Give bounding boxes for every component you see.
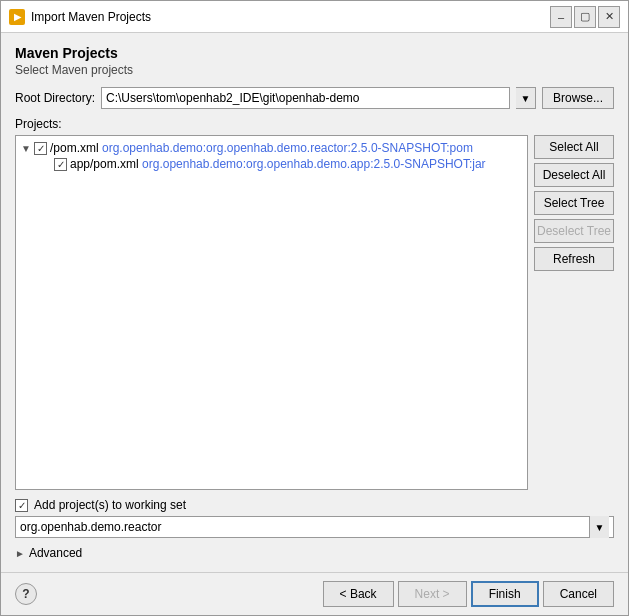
projects-tree[interactable]: ▼ /pom.xml org.openhab.demo:org.openhab.… (15, 135, 528, 490)
browse-button[interactable]: Browse... (542, 87, 614, 109)
root-artifact: org.openhab.demo:org.openhab.demo.reacto… (99, 141, 473, 155)
working-set-checkbox[interactable] (15, 499, 28, 512)
select-tree-button[interactable]: Select Tree (534, 191, 614, 215)
tree-child-area: ► app/pom.xml org.openhab.demo:org.openh… (20, 156, 523, 172)
deselect-tree-button[interactable]: Deselect Tree (534, 219, 614, 243)
working-set-select-row: org.openhab.demo.reactor ▼ (15, 516, 614, 538)
working-set-value: org.openhab.demo.reactor (20, 520, 589, 534)
page-title: Maven Projects (15, 45, 614, 61)
advanced-row[interactable]: ► Advanced (15, 546, 614, 560)
root-dir-input[interactable] (101, 87, 510, 109)
projects-label: Projects: (15, 117, 614, 131)
cancel-button[interactable]: Cancel (543, 581, 614, 607)
app-filename: app/pom.xml (70, 157, 139, 171)
working-set-label: Add project(s) to working set (34, 498, 186, 512)
close-button[interactable]: ✕ (598, 6, 620, 28)
tree-expand-root[interactable]: ▼ (20, 142, 32, 154)
tree-item-app[interactable]: ► app/pom.xml org.openhab.demo:org.openh… (40, 156, 523, 172)
advanced-expand-icon: ► (15, 548, 25, 559)
window-icon: ▶ (9, 9, 25, 25)
root-dir-dropdown-arrow[interactable]: ▼ (516, 87, 536, 109)
bottom-bar: ? < Back Next > Finish Cancel (1, 572, 628, 615)
maximize-button[interactable]: ▢ (574, 6, 596, 28)
select-all-button[interactable]: Select All (534, 135, 614, 159)
tree-checkbox-root[interactable] (34, 142, 47, 155)
help-button[interactable]: ? (15, 583, 37, 605)
refresh-button[interactable]: Refresh (534, 247, 614, 271)
side-buttons: Select All Deselect All Select Tree Dese… (534, 135, 614, 490)
root-filename: /pom.xml (50, 141, 99, 155)
title-bar: ▶ Import Maven Projects – ▢ ✕ (1, 1, 628, 33)
minimize-button[interactable]: – (550, 6, 572, 28)
tree-item-text-root: /pom.xml org.openhab.demo:org.openhab.de… (50, 141, 473, 155)
working-set-select[interactable]: org.openhab.demo.reactor ▼ (15, 516, 614, 538)
working-set-row: Add project(s) to working set (15, 498, 614, 512)
page-subtitle: Select Maven projects (15, 63, 614, 77)
tree-item-text-app: app/pom.xml org.openhab.demo:org.openhab… (70, 157, 486, 171)
tree-item-root[interactable]: ▼ /pom.xml org.openhab.demo:org.openhab.… (20, 140, 523, 156)
tree-checkbox-app[interactable] (54, 158, 67, 171)
import-maven-projects-window: ▶ Import Maven Projects – ▢ ✕ Maven Proj… (0, 0, 629, 616)
back-button[interactable]: < Back (323, 581, 394, 607)
title-bar-controls: – ▢ ✕ (550, 6, 620, 28)
root-directory-row: Root Directory: ▼ Browse... (15, 87, 614, 109)
next-button[interactable]: Next > (398, 581, 467, 607)
deselect-all-button[interactable]: Deselect All (534, 163, 614, 187)
advanced-label: Advanced (29, 546, 82, 560)
projects-area: ▼ /pom.xml org.openhab.demo:org.openhab.… (15, 135, 614, 490)
app-artifact: org.openhab.demo:org.openhab.demo.app:2.… (139, 157, 486, 171)
content-area: Maven Projects Select Maven projects Roo… (1, 33, 628, 572)
finish-button[interactable]: Finish (471, 581, 539, 607)
window-title: Import Maven Projects (31, 10, 550, 24)
working-set-dropdown-arrow[interactable]: ▼ (589, 516, 609, 538)
root-dir-label: Root Directory: (15, 91, 95, 105)
